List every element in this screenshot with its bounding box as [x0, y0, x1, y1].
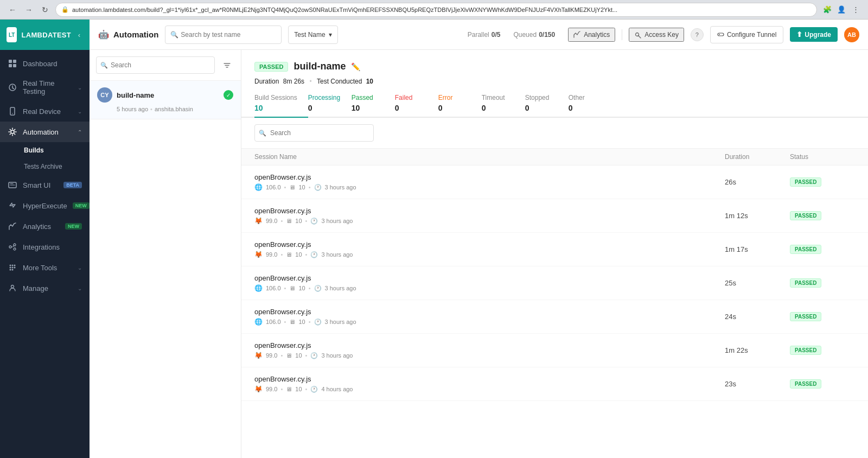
clock-icon: 🕐 [314, 319, 322, 326]
left-panel-search: 🔍 [90, 50, 241, 81]
logo-icon: LT [7, 27, 17, 42]
tab-error[interactable]: Error 0 [438, 90, 482, 118]
queued-info: Queued 0/150 [513, 31, 555, 39]
svg-rect-5 [10, 107, 15, 115]
session-search-input[interactable] [254, 124, 374, 142]
new-badge: NEW [65, 223, 82, 230]
user-avatar[interactable]: AB [844, 27, 859, 42]
table-row[interactable]: openBrowser.cy.js 🌐 106.0 • 🖥 10 • 🕐 3 h… [241, 300, 868, 334]
sidebar-item-real-time-testing[interactable]: Real Time Testing ⌄ [0, 74, 90, 101]
tab-stopped[interactable]: Stopped 0 [525, 90, 569, 118]
svg-rect-22 [718, 33, 724, 36]
sidebar-item-label: Analytics [23, 222, 60, 231]
sidebar-item-more-tools[interactable]: More Tools ⌄ [0, 257, 90, 278]
sidebar-nav: Dashboard Real Time Testing ⌄ [0, 50, 90, 458]
sidebar-item-manage[interactable]: Manage ⌄ [0, 278, 90, 298]
tab-failed[interactable]: Failed 0 [395, 90, 438, 118]
session-name-col: openBrowser.cy.js 🦊 99.0 • 🖥 10 • 🕐 3 ho… [254, 341, 725, 359]
firefox-icon: 🦊 [254, 217, 263, 225]
url-text: automation.lambdatest.com/build?_gl=1*iy… [72, 7, 811, 13]
svg-point-12 [10, 265, 11, 266]
analytics-icon [8, 221, 17, 231]
build-list-item[interactable]: CY build-name 5 hours ago • anshita.bhas… [90, 81, 241, 119]
firefox-icon: 🦊 [254, 251, 263, 258]
table-row[interactable]: openBrowser.cy.js 🦊 99.0 • 🖥 10 • 🕐 3 ho… [241, 199, 868, 233]
svg-rect-3 [13, 64, 16, 67]
stats-tabs: Build Sessions 10 Processing 0 Passed 10 [241, 90, 868, 118]
clock-icon: 🕐 [314, 184, 322, 191]
sidebar-collapse-button[interactable]: ‹ [75, 29, 83, 40]
session-meta: 🌐 106.0 • 🖥 10 • 🕐 3 hours ago [254, 284, 725, 292]
analytics-button[interactable]: Analytics [568, 28, 615, 42]
svg-point-9 [9, 246, 11, 248]
extensions-btn[interactable]: 🧩 [821, 4, 833, 16]
chrome-icon: 🌐 [254, 318, 263, 326]
sidebar-item-automation[interactable]: Automation ⌃ [0, 122, 90, 142]
new-badge: NEW [73, 202, 90, 209]
windows-icon: 🖥 [289, 319, 295, 325]
svg-point-20 [11, 285, 14, 288]
session-status: PASSED [790, 312, 855, 321]
tab-processing[interactable]: Processing 0 [308, 90, 352, 118]
status-badge: PASSED [254, 62, 288, 72]
session-status: PASSED [790, 379, 855, 389]
sidebar-item-label: Manage [23, 284, 72, 292]
table-row[interactable]: openBrowser.cy.js 🦊 99.0 • 🖥 10 • 🕐 3 ho… [241, 233, 868, 266]
build-search-input[interactable] [96, 56, 215, 74]
chevron-up-icon: ⌃ [78, 129, 82, 135]
upgrade-button[interactable]: ⬆ Upgrade [790, 27, 838, 42]
tab-other[interactable]: Other 0 [569, 90, 612, 118]
session-meta: 🦊 99.0 • 🖥 10 • 🕐 3 hours ago [254, 352, 725, 359]
sidebar-item-label: Automation [23, 128, 72, 136]
back-button[interactable]: ← [7, 4, 18, 16]
forward-button[interactable]: → [23, 4, 35, 16]
table-row[interactable]: openBrowser.cy.js 🌐 106.0 • 🖥 10 • 🕐 3 h… [241, 266, 868, 300]
help-button[interactable]: ? [691, 28, 704, 41]
clock-icon: 🕐 [310, 352, 318, 359]
tab-timeout[interactable]: Timeout 0 [482, 90, 525, 118]
parallel-info: Parallel 0/5 [468, 31, 501, 39]
sidebar-item-hyperexecute[interactable]: HyperExecute NEW [0, 195, 90, 216]
session-meta: 🌐 106.0 • 🖥 10 • 🕐 3 hours ago [254, 318, 725, 326]
filter-button[interactable] [219, 58, 234, 73]
tab-passed[interactable]: Passed 10 [352, 90, 395, 118]
access-key-button[interactable]: Access Key [629, 28, 684, 42]
build-detail-header: PASSED build-name ✏️ Duration 8m 26s • T… [241, 50, 868, 85]
table-row[interactable]: openBrowser.cy.js 🦊 99.0 • 🖥 10 • 🕐 4 ho… [241, 367, 868, 401]
sidebar-sub-item-builds[interactable]: Builds [0, 142, 90, 158]
sidebar-item-smart-ui[interactable]: Smart UI BETA [0, 175, 90, 195]
logo-text: LAMBDATEST [21, 31, 71, 39]
test-name-dropdown[interactable]: Test Name ▾ [288, 26, 337, 44]
profile-btn[interactable]: 👤 [835, 4, 847, 16]
table-row[interactable]: openBrowser.cy.js 🦊 99.0 • 🖥 10 • 🕐 3 ho… [241, 334, 868, 367]
session-meta: 🌐 106.0 • 🖥 10 • 🕐 3 hours ago [254, 183, 725, 191]
sidebar-item-dashboard[interactable]: Dashboard [0, 53, 90, 74]
search-icon: 🔍 [170, 31, 178, 39]
clock-icon: 🕐 [310, 218, 318, 225]
windows-icon: 🖥 [286, 352, 292, 359]
tab-build-sessions[interactable]: Build Sessions 10 [254, 90, 308, 118]
sidebar-item-integrations[interactable]: Integrations [0, 237, 90, 257]
session-search-bar [241, 118, 868, 149]
build-duration: Duration 8m 26s • Test Conducted 10 [254, 78, 855, 85]
edit-icon[interactable]: ✏️ [351, 62, 360, 71]
session-status: PASSED [790, 278, 855, 288]
session-name-col: openBrowser.cy.js 🌐 106.0 • 🖥 10 • 🕐 3 h… [254, 308, 725, 326]
dashboard-icon [8, 59, 17, 68]
menu-btn[interactable]: ⋮ [850, 4, 861, 16]
sidebar-item-label: Real Time Testing [23, 79, 72, 96]
refresh-button[interactable]: ↻ [39, 4, 51, 16]
svg-point-10 [14, 244, 16, 246]
url-bar[interactable]: 🔒 automation.lambdatest.com/build?_gl=1*… [55, 3, 817, 17]
chrome-icon: 🌐 [254, 183, 263, 191]
build-meta: 5 hours ago • anshita.bhasin [97, 106, 233, 112]
sidebar-item-real-device[interactable]: Real Device ⌄ [0, 101, 90, 122]
configure-tunnel-button[interactable]: Configure Tunnel [710, 26, 783, 43]
sidebar-sub-item-tests-archive[interactable]: Tests Archive [0, 158, 90, 175]
chevron-down-icon: ⌄ [78, 285, 82, 291]
session-status: PASSED [790, 177, 855, 187]
device-icon [8, 106, 17, 116]
search-input[interactable] [165, 26, 282, 44]
sidebar-item-analytics[interactable]: Analytics NEW [0, 216, 90, 237]
table-row[interactable]: openBrowser.cy.js 🌐 106.0 • 🖥 10 • 🕐 3 h… [241, 166, 868, 199]
